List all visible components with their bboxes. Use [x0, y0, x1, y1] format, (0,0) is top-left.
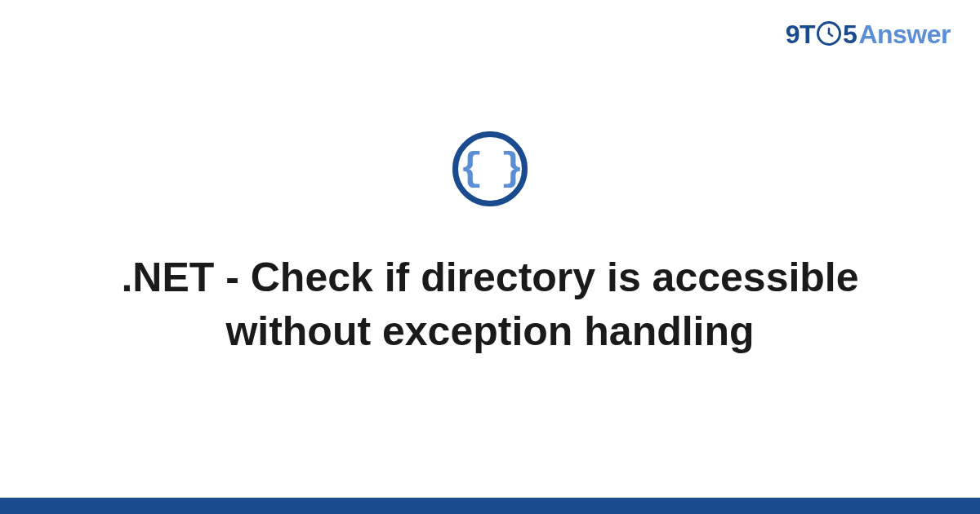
code-braces-icon: { } [460, 147, 520, 191]
footer-accent-bar [0, 498, 980, 514]
page-title: .NET - Check if directory is accessible … [98, 250, 882, 358]
category-icon-circle: { } [452, 131, 528, 206]
main-content: { } .NET - Check if directory is accessi… [0, 0, 980, 514]
